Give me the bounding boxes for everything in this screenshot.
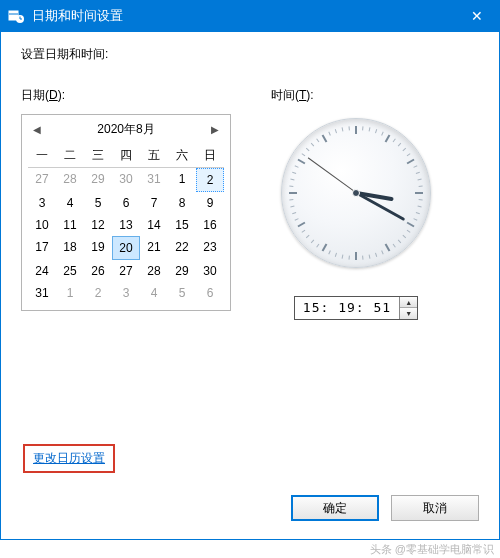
instruction-label: 设置日期和时间: bbox=[21, 46, 479, 63]
clock-tick bbox=[362, 256, 363, 260]
calendar-day[interactable]: 29 bbox=[84, 168, 112, 192]
calendar-day[interactable]: 1 bbox=[56, 282, 84, 304]
calendar-day[interactable]: 21 bbox=[140, 236, 168, 260]
time-input[interactable]: 15: 19: 51 bbox=[295, 297, 399, 319]
analog-clock bbox=[281, 118, 431, 268]
calendar-day[interactable]: 26 bbox=[84, 260, 112, 282]
calendar-day[interactable]: 25 bbox=[56, 260, 84, 282]
calendar-day[interactable]: 10 bbox=[28, 214, 56, 236]
calendar-day[interactable]: 24 bbox=[28, 260, 56, 282]
calendar-day[interactable]: 9 bbox=[196, 192, 224, 214]
calendar-day[interactable]: 5 bbox=[84, 192, 112, 214]
prev-month-button[interactable]: ◀ bbox=[30, 123, 44, 137]
calendar-day[interactable]: 20 bbox=[112, 236, 140, 260]
calendar-day[interactable]: 4 bbox=[140, 282, 168, 304]
clock-tick bbox=[342, 255, 344, 259]
calendar-day[interactable]: 8 bbox=[168, 192, 196, 214]
calendar-day[interactable]: 18 bbox=[56, 236, 84, 260]
calendar-dow: 日 bbox=[196, 144, 224, 168]
clock-tick bbox=[416, 172, 420, 174]
clock-tick bbox=[348, 126, 349, 130]
titlebar: 日期和时间设置 ✕ bbox=[0, 0, 500, 32]
calendar-day[interactable]: 16 bbox=[196, 214, 224, 236]
calendar-day[interactable]: 31 bbox=[140, 168, 168, 192]
calendar-day[interactable]: 30 bbox=[196, 260, 224, 282]
clock-tick bbox=[289, 199, 293, 200]
calendar-day[interactable]: 17 bbox=[28, 236, 56, 260]
close-icon: ✕ bbox=[471, 8, 483, 24]
time-down-button[interactable]: ▼ bbox=[400, 308, 417, 319]
clock-tick bbox=[290, 206, 294, 208]
close-button[interactable]: ✕ bbox=[454, 0, 500, 32]
clock-tick bbox=[322, 244, 328, 252]
clock-tick bbox=[419, 185, 423, 186]
calendar-day[interactable]: 11 bbox=[56, 214, 84, 236]
clock-tick bbox=[369, 127, 371, 131]
calendar-day[interactable]: 13 bbox=[112, 214, 140, 236]
clock-tick bbox=[413, 218, 417, 221]
clock-tick bbox=[402, 148, 406, 151]
clock-tick bbox=[322, 134, 328, 142]
date-column: 日期(D): ◀ 2020年8月 ▶ 一二三四五六日27282930311234… bbox=[21, 87, 231, 320]
calendar[interactable]: ◀ 2020年8月 ▶ 一二三四五六日272829303112345678910… bbox=[21, 114, 231, 311]
clock-tick bbox=[302, 153, 306, 156]
clock-tick bbox=[289, 185, 293, 186]
calendar-day[interactable]: 31 bbox=[28, 282, 56, 304]
dialog-body: 设置日期和时间: 日期(D): ◀ 2020年8月 ▶ 一二三四五六日27282… bbox=[0, 32, 500, 540]
calendar-day[interactable]: 7 bbox=[140, 192, 168, 214]
calendar-day[interactable]: 14 bbox=[140, 214, 168, 236]
clock-tick bbox=[302, 230, 306, 233]
calendar-day[interactable]: 22 bbox=[168, 236, 196, 260]
datetime-icon bbox=[8, 8, 24, 24]
calendar-day[interactable]: 30 bbox=[112, 168, 140, 192]
clock-tick bbox=[407, 159, 415, 165]
calendar-month-year[interactable]: 2020年8月 bbox=[97, 121, 154, 138]
calendar-day[interactable]: 29 bbox=[168, 260, 196, 282]
clock-tick bbox=[415, 192, 423, 194]
clock-tick bbox=[328, 132, 331, 136]
clock-tick bbox=[375, 129, 377, 133]
calendar-day[interactable]: 4 bbox=[56, 192, 84, 214]
calendar-day[interactable]: 28 bbox=[56, 168, 84, 192]
calendar-day[interactable]: 27 bbox=[28, 168, 56, 192]
calendar-day[interactable]: 2 bbox=[84, 282, 112, 304]
calendar-day[interactable]: 6 bbox=[112, 192, 140, 214]
clock-tick bbox=[292, 172, 296, 174]
calendar-day[interactable]: 3 bbox=[112, 282, 140, 304]
time-up-button[interactable]: ▲ bbox=[400, 297, 417, 308]
change-calendar-settings-link[interactable]: 更改日历设置 bbox=[33, 451, 105, 465]
time-spinner[interactable]: 15: 19: 51 ▲ ▼ bbox=[294, 296, 418, 320]
clock-tick bbox=[419, 199, 423, 200]
calendar-day[interactable]: 6 bbox=[196, 282, 224, 304]
cancel-button[interactable]: 取消 bbox=[391, 495, 479, 521]
clock-tick bbox=[289, 192, 297, 194]
calendar-day[interactable]: 12 bbox=[84, 214, 112, 236]
calendar-day[interactable]: 23 bbox=[196, 236, 224, 260]
clock-tick bbox=[369, 255, 371, 259]
clock-tick bbox=[393, 139, 396, 143]
button-row: 确定 取消 bbox=[291, 495, 479, 521]
clock-tick bbox=[407, 230, 411, 233]
calendar-day[interactable]: 2 bbox=[196, 168, 224, 192]
calendar-dow: 一 bbox=[28, 144, 56, 168]
clock-tick bbox=[306, 235, 310, 238]
clock-tick bbox=[381, 250, 384, 254]
window-title: 日期和时间设置 bbox=[32, 7, 454, 25]
calendar-day[interactable]: 19 bbox=[84, 236, 112, 260]
calendar-day[interactable]: 15 bbox=[168, 214, 196, 236]
next-month-button[interactable]: ▶ bbox=[208, 123, 222, 137]
calendar-day[interactable]: 28 bbox=[140, 260, 168, 282]
clock-tick bbox=[355, 252, 357, 260]
calendar-dow: 六 bbox=[168, 144, 196, 168]
clock-face bbox=[281, 118, 431, 268]
calendar-day[interactable]: 3 bbox=[28, 192, 56, 214]
calendar-day[interactable]: 5 bbox=[168, 282, 196, 304]
calendar-day[interactable]: 27 bbox=[112, 260, 140, 282]
calendar-day[interactable]: 1 bbox=[168, 168, 196, 192]
clock-tick bbox=[375, 253, 377, 257]
ok-button[interactable]: 确定 bbox=[291, 495, 379, 521]
clock-tick bbox=[407, 222, 415, 228]
clock-tick bbox=[295, 218, 299, 221]
clock-tick bbox=[398, 143, 401, 147]
clock-tick bbox=[335, 253, 337, 257]
